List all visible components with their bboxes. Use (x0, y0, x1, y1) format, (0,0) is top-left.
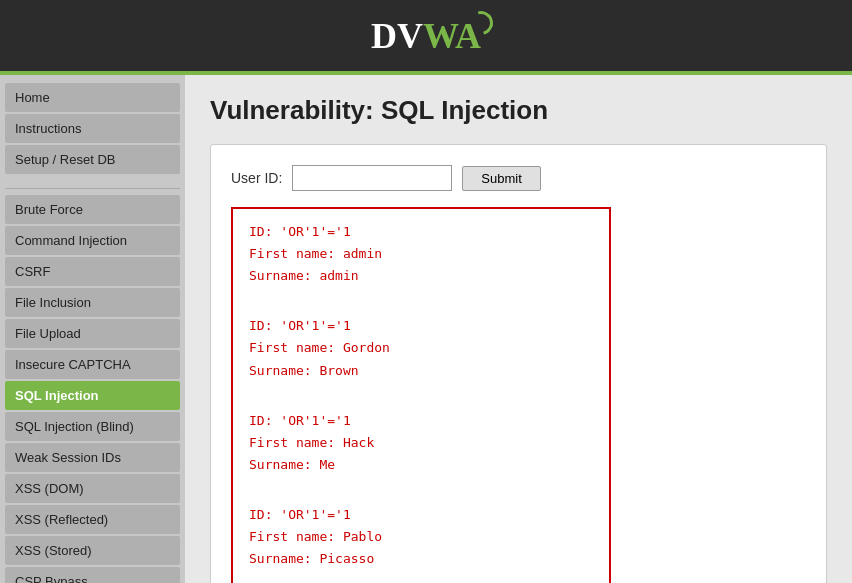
result-3-id: ID: 'OR'1'='1 (249, 413, 351, 428)
userid-input[interactable] (292, 165, 452, 191)
sidebar-item-setup-reset-db[interactable]: Setup / Reset DB (5, 145, 180, 174)
result-2-firstname: First name: Gordon (249, 340, 390, 355)
result-4-id: ID: 'OR'1'='1 (249, 507, 351, 522)
result-4-surname: Surname: Picasso (249, 551, 374, 566)
sidebar-divider (5, 188, 180, 189)
sidebar-item-instructions[interactable]: Instructions (5, 114, 180, 143)
result-1-firstname: First name: admin (249, 246, 382, 261)
result-2-id: ID: 'OR'1'='1 (249, 318, 351, 333)
sidebar-item-xss-reflected[interactable]: XSS (Reflected) (5, 505, 180, 534)
sidebar-item-csp-bypass[interactable]: CSP Bypass (5, 567, 180, 583)
logo-wa: WA (423, 15, 481, 57)
result-2-surname: Surname: Brown (249, 363, 359, 378)
sidebar-item-sql-injection-blind[interactable]: SQL Injection (Blind) (5, 412, 180, 441)
result-entry-3: ID: 'OR'1'='1 First name: Hack Surname: … (249, 410, 593, 476)
sidebar-item-insecure-captcha[interactable]: Insecure CAPTCHA (5, 350, 180, 379)
result-1-surname: Surname: admin (249, 268, 359, 283)
sidebar-item-brute-force[interactable]: Brute Force (5, 195, 180, 224)
page-title: Vulnerability: SQL Injection (210, 95, 827, 126)
layout: Home Instructions Setup / Reset DB Brute… (0, 75, 852, 583)
userid-form: User ID: Submit (231, 165, 806, 191)
sidebar-item-weak-session-ids[interactable]: Weak Session IDs (5, 443, 180, 472)
header: DVWA (0, 0, 852, 75)
sql-results-box: ID: 'OR'1'='1 First name: admin Surname:… (231, 207, 611, 583)
result-entry-2: ID: 'OR'1'='1 First name: Gordon Surname… (249, 315, 593, 381)
sidebar-item-xss-stored[interactable]: XSS (Stored) (5, 536, 180, 565)
sidebar-item-sql-injection[interactable]: SQL Injection (5, 381, 180, 410)
result-entry-4: ID: 'OR'1'='1 First name: Pablo Surname:… (249, 504, 593, 570)
userid-label: User ID: (231, 170, 282, 186)
logo-dv: DV (371, 16, 423, 56)
result-3-surname: Surname: Me (249, 457, 335, 472)
vulnerability-content-box: User ID: Submit ID: 'OR'1'='1 First name… (210, 144, 827, 583)
sidebar-item-xss-dom[interactable]: XSS (DOM) (5, 474, 180, 503)
result-4-firstname: First name: Pablo (249, 529, 382, 544)
result-entry-1: ID: 'OR'1'='1 First name: admin Surname:… (249, 221, 593, 287)
sidebar-item-home[interactable]: Home (5, 83, 180, 112)
submit-button[interactable]: Submit (462, 166, 540, 191)
sidebar-item-file-upload[interactable]: File Upload (5, 319, 180, 348)
sidebar-spacer (5, 176, 180, 184)
logo: DVWA (371, 15, 481, 57)
sidebar-item-csrf[interactable]: CSRF (5, 257, 180, 286)
sidebar-item-command-injection[interactable]: Command Injection (5, 226, 180, 255)
sidebar-item-file-inclusion[interactable]: File Inclusion (5, 288, 180, 317)
result-1-id: ID: 'OR'1'='1 (249, 224, 351, 239)
sidebar: Home Instructions Setup / Reset DB Brute… (0, 75, 185, 583)
result-3-firstname: First name: Hack (249, 435, 374, 450)
main-content: Vulnerability: SQL Injection User ID: Su… (185, 75, 852, 583)
